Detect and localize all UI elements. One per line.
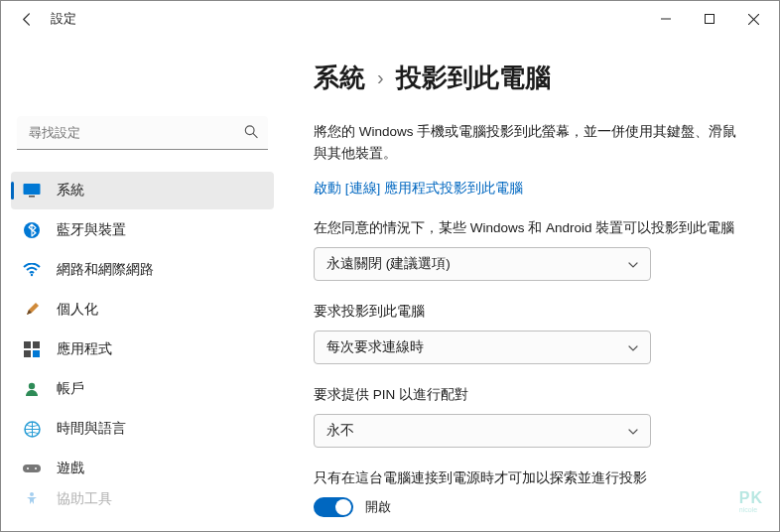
setting-label: 要求投影到此電腦 <box>314 303 749 321</box>
chevron-right-icon: › <box>377 66 384 89</box>
content-pane: 系統 › 投影到此電腦 將您的 Windows 手機或電腦投影到此螢幕，並一併使… <box>284 37 779 531</box>
svg-point-18 <box>35 467 37 469</box>
sidebar-item-accounts[interactable]: 帳戶 <box>11 370 274 408</box>
search-box[interactable] <box>17 116 268 150</box>
sidebar-item-personalization[interactable]: 個人化 <box>11 291 274 329</box>
close-button[interactable] <box>731 4 775 34</box>
close-icon <box>748 14 759 25</box>
gamepad-icon <box>21 458 43 479</box>
sidebar-item-network[interactable]: 網路和網際網路 <box>11 251 274 289</box>
svg-point-9 <box>31 274 33 276</box>
titlebar: 設定 <box>1 1 779 37</box>
setting-label: 要求提供 PIN 以進行配對 <box>314 386 749 404</box>
svg-rect-1 <box>706 15 715 24</box>
svg-rect-6 <box>24 184 41 195</box>
setting-label: 只有在這台電腦連接到電源時才可加以探索並進行投影 <box>314 469 749 487</box>
svg-rect-12 <box>24 350 31 357</box>
sidebar: 系統 藍牙與裝置 網路和網際網路 個人化 <box>1 37 284 531</box>
availability-select[interactable]: 永遠關閉 (建議選項) <box>314 247 651 281</box>
breadcrumb-leaf: 投影到此電腦 <box>396 61 551 95</box>
ask-project-select[interactable]: 每次要求連線時 <box>314 331 651 364</box>
chevron-down-icon <box>628 425 638 437</box>
bluetooth-icon <box>21 219 43 241</box>
wifi-icon <box>21 259 43 281</box>
sidebar-item-label: 系統 <box>57 182 84 200</box>
sidebar-item-apps[interactable]: 應用程式 <box>11 331 274 368</box>
sidebar-item-system[interactable]: 系統 <box>11 172 274 209</box>
sidebar-item-label: 網路和網際網路 <box>57 261 154 279</box>
svg-point-4 <box>245 126 254 135</box>
sidebar-item-bluetooth[interactable]: 藍牙與裝置 <box>11 211 274 249</box>
nav-list: 系統 藍牙與裝置 網路和網際網路 個人化 <box>11 172 274 513</box>
sidebar-item-time-language[interactable]: 時間與語言 <box>11 410 274 448</box>
arrow-left-icon <box>20 12 35 27</box>
sidebar-item-label: 協助工具 <box>57 490 112 508</box>
setting-label: 在您同意的情況下，某些 Windows 和 Android 裝置可以投影到此電腦 <box>314 219 749 237</box>
clock-globe-icon <box>21 418 43 440</box>
sidebar-item-gaming[interactable]: 遊戲 <box>11 450 274 487</box>
search-input[interactable] <box>17 116 268 150</box>
back-button[interactable] <box>13 5 41 33</box>
require-pin-select[interactable]: 永不 <box>314 414 651 448</box>
sidebar-item-accessibility[interactable]: 協助工具 <box>11 489 274 509</box>
select-value: 永不 <box>326 422 354 440</box>
breadcrumb: 系統 › 投影到此電腦 <box>314 61 749 95</box>
sidebar-item-label: 藍牙與裝置 <box>57 221 126 239</box>
svg-point-19 <box>30 492 34 496</box>
window-title: 設定 <box>51 11 76 28</box>
paintbrush-icon <box>21 299 43 321</box>
maximize-icon <box>705 14 715 24</box>
minimize-icon <box>661 14 671 24</box>
accessibility-icon <box>21 489 43 509</box>
maximize-button[interactable] <box>688 4 731 34</box>
page-description: 將您的 Windows 手機或電腦投影到此螢幕，並一併使用其鍵盤、滑鼠與其他裝置… <box>314 121 749 164</box>
sidebar-item-label: 個人化 <box>57 301 98 319</box>
setting-require-pin: 要求提供 PIN 以進行配對 永不 <box>314 386 749 448</box>
svg-rect-16 <box>23 465 41 472</box>
svg-rect-10 <box>24 341 31 348</box>
select-value: 永遠關閉 (建議選項) <box>326 255 451 273</box>
launch-connect-link[interactable]: 啟動 [連線] 應用程式投影到此電腦 <box>314 180 523 198</box>
svg-line-5 <box>253 134 257 138</box>
breadcrumb-root[interactable]: 系統 <box>314 61 365 95</box>
setting-power-only: 只有在這台電腦連接到電源時才可加以探索並進行投影 開啟 <box>314 469 749 517</box>
chevron-down-icon <box>628 341 638 353</box>
minimize-button[interactable] <box>644 4 688 34</box>
svg-point-14 <box>29 383 35 389</box>
setting-availability: 在您同意的情況下，某些 Windows 和 Android 裝置可以投影到此電腦… <box>314 219 749 281</box>
sidebar-item-label: 遊戲 <box>57 460 84 477</box>
sidebar-item-label: 時間與語言 <box>57 420 126 438</box>
svg-rect-7 <box>29 196 35 198</box>
power-only-toggle[interactable] <box>314 497 353 517</box>
svg-rect-13 <box>33 350 40 357</box>
svg-point-17 <box>27 467 29 469</box>
chevron-down-icon <box>628 258 638 270</box>
select-value: 每次要求連線時 <box>326 338 424 356</box>
setting-ask-to-project: 要求投影到此電腦 每次要求連線時 <box>314 303 749 364</box>
toggle-state-label: 開啟 <box>365 498 391 516</box>
sidebar-item-label: 應用程式 <box>57 340 112 358</box>
sidebar-item-label: 帳戶 <box>57 380 84 398</box>
svg-rect-11 <box>33 341 40 348</box>
person-icon <box>21 378 43 400</box>
apps-icon <box>21 338 43 360</box>
search-icon <box>244 125 258 142</box>
display-icon <box>21 180 43 201</box>
